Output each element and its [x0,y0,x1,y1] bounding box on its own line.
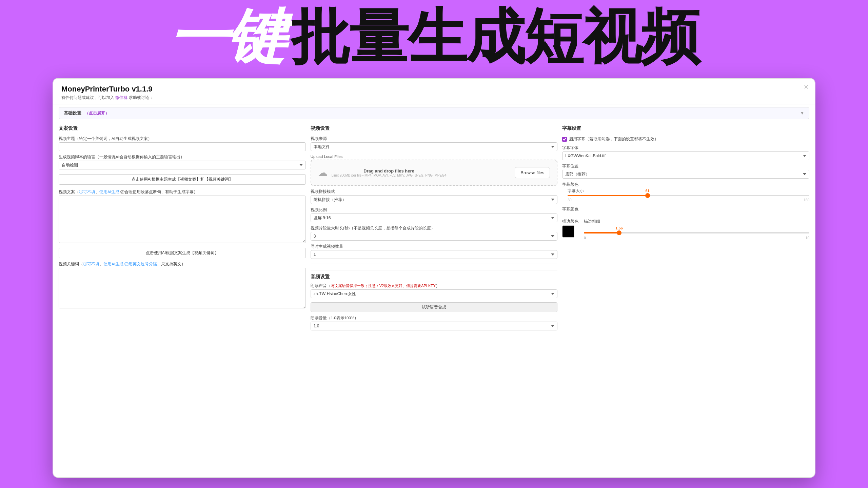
app-title: MoneyPrinterTurbo v1.1.9 [61,85,807,94]
keywords-group: 视频关键词（①可不填、使用AI生成 ②用英文逗号分隔、只支持英文） [59,262,306,310]
stroke-width-group: 描边粗细 1.56 0 10 [584,219,809,240]
ratio-select[interactable]: 竖屏 9:16 横屏 16:9 正方形 1:1 [311,214,558,222]
chevron-down-icon: ▼ [800,111,804,116]
banner: 一键 批量生成短视频 [0,0,868,75]
keywords-label: 视频关键词（①可不填、使用AI生成 ②用英文逗号分隔、只支持英文） [59,262,306,267]
volume-label: 朗读音量（1.0表示100%） [311,316,558,321]
position-label: 字幕位置 [562,164,809,169]
source-select[interactable]: 本地文件 Pexels Pixabay [311,142,558,151]
concurrent-select[interactable]: 1 [311,250,558,259]
keywords-textarea[interactable] [59,268,306,308]
stroke-width-value: 1.56 [615,226,623,230]
clip-dur-group: 视频片段最大时长(秒)（不是视频总长度，是指每个合成片段的长度） 3 [311,226,558,241]
banner-rest: 批量生成短视频 [291,0,699,78]
voice-label: 朗读声音（与文案语音保持一致；注意：V2版效果更好、但是需要API KEY） [311,283,558,288]
enable-subtitle-row: 启用字幕（若取消勾选，下面的设置都将不生效） [562,136,809,142]
banner-yi: 一键 [169,0,284,78]
upload-icon: ☁ [318,167,328,178]
upload-area[interactable]: ☁ Drag and drop files here Limit 200MB p… [311,160,558,186]
concat-select[interactable]: 随机拼接（推荐） 顺序拼接 循环拼接 [311,195,558,204]
volume-group: 朗读音量（1.0表示100%） 1.0 [311,316,558,330]
upload-limit-text: Limit 200MB per file • MP4, MOV, AVI, FL… [332,174,447,177]
lang-group: 生成视频脚本的语言（一般情况AI会自动根据你输入的主题语言输出） 自动检测 [59,155,306,169]
enable-subtitle-label: 启用字幕（若取消勾选，下面的设置都将不生效） [569,136,658,142]
font-color-label: 字幕颜色 [562,207,578,212]
app-subtitle: 有任何问题或建议，可以加入 微信群 求助或讨论： [61,95,807,101]
concat-label: 视频拼接模式 [311,189,558,194]
basic-settings-bar[interactable]: 基础设置 （点击展开） ▼ [59,107,809,119]
clip-dur-label: 视频片段最大时长(秒)（不是视频总长度，是指每个合成片段的长度） [311,226,558,231]
concat-group: 视频拼接模式 随机拼接（推荐） 顺序拼接 循环拼接 [311,189,558,204]
color-group: 字幕颜色 字幕大小 61 [562,182,809,202]
script-settings-col: 文案设置 视频主题（给定一个关键词，AI自动生成视频文案） 生成视频脚本的语言（… [59,122,306,472]
clip-dur-select[interactable]: 3 [311,232,558,241]
font-group: 字幕字体 LXGWWenKai-Bold.ttf [562,145,809,160]
kw-link1[interactable]: ①可不填 [83,262,99,266]
concurrent-label: 同时生成视频数量 [311,244,558,249]
main-content: 文案设置 视频主题（给定一个关键词，AI自动生成视频文案） 生成视频脚本的语言（… [53,122,815,477]
kw-link2[interactable]: 使用AI生成 [103,262,123,266]
voice-select[interactable]: zh-TW-HsiaoChen:女性 [311,289,558,298]
font-size-label: 字幕大小 [568,188,809,194]
font-color-group: 字幕颜色 [562,207,578,213]
stroke-color-swatch[interactable] [562,225,574,238]
font-size-min: 30 [568,198,571,202]
stroke-width-min: 0 [584,236,586,240]
lang-label: 生成视频脚本的语言（一般情况AI会自动根据你输入的主题语言输出） [59,155,306,160]
upload-left: ☁ Drag and drop files here Limit 200MB p… [318,167,447,178]
lang-select[interactable]: 自动检测 [59,161,306,169]
video-settings-col: 视频设置 视频来源 本地文件 Pexels Pixabay Upload Loc… [311,122,558,472]
voice-group: 朗读声音（与文案语音保持一致；注意：V2版效果更好、但是需要API KEY） z… [311,283,558,298]
color-swatches-row: 字幕颜色 [562,207,809,213]
col3-title: 字幕设置 [562,125,809,131]
ratio-group: 视频比例 竖屏 9:16 横屏 16:9 正方形 1:1 [311,207,558,222]
script-label: 视频文案（①可不填、使用AI生成 ②合理使用段落点断句、有助于生成字幕） [59,189,306,195]
ratio-label: 视频比例 [311,207,558,212]
browse-files-button[interactable]: Browse files [515,167,550,178]
concurrent-group: 同时生成视频数量 1 [311,244,558,259]
wechat-link[interactable]: 微信群 [115,95,127,100]
stroke-width-label: 描边粗细 [584,219,809,224]
script-textarea[interactable] [59,196,306,243]
section-bar-label: 基础设置 （点击展开） [64,110,109,116]
gen-script-keywords-btn[interactable]: 点击使用AI根据主题生成【视频文案】和【视频关键词】 [59,174,306,185]
upload-group: Upload Local Files ☁ Drag and drop files… [311,155,558,186]
source-label: 视频来源 [311,136,558,141]
gen-btn-row: 点击使用AI根据主题生成【视频文案】和【视频关键词】 [59,174,306,185]
font-select[interactable]: LXGWWenKai-Bold.ttf [562,151,809,160]
audio-section-title: 音频设置 [311,270,558,280]
upload-drag-text: Drag and drop files here [332,168,447,174]
stroke-width-thumb[interactable] [617,230,622,235]
position-select[interactable]: 底部（推荐） 顶部 中间 [562,170,809,179]
kw-link3[interactable]: ②用英文逗号分隔 [124,262,157,266]
stroke-width-max: 10 [806,236,809,240]
volume-select[interactable]: 1.0 [311,322,558,330]
enable-subtitle-checkbox[interactable] [562,137,567,142]
divider1 [311,264,558,264]
subtitle-settings-col: 字幕设置 启用字幕（若取消勾选，下面的设置都将不生效） 字幕字体 LXGWWen… [562,122,809,472]
topic-group: 视频主题（给定一个关键词，AI自动生成视频文案） [59,136,306,151]
try-synth-button[interactable]: 试听语音合成 [311,302,558,312]
script-link2[interactable]: 使用AI生成 [99,190,119,194]
gen-keywords-btn[interactable]: 点击使用AI根据文案生成【视频关键词】 [59,248,306,258]
app-header: MoneyPrinterTurbo v1.1.9 有任何问题或建议，可以加入 微… [53,79,815,104]
script-link1[interactable]: ①可不填 [79,190,95,194]
font-size-max: 160 [804,198,809,202]
source-group: 视频来源 本地文件 Pexels Pixabay [311,136,558,151]
app-window: MoneyPrinterTurbo v1.1.9 有任何问题或建议，可以加入 微… [53,78,815,478]
window-close-icon[interactable]: ✕ [804,83,809,91]
stroke-row: 描边颜色 描边粗细 1.56 [562,219,809,240]
stroke-color-label: 描边颜色 [562,219,578,224]
stroke-color-group: 描边颜色 [562,219,578,238]
font-label: 字幕字体 [562,145,809,150]
upload-label: Upload Local Files [311,155,558,159]
gen-script-btn-row: 点击使用AI根据文案生成【视频关键词】 [59,248,306,258]
position-group: 字幕位置 底部（推荐） 顶部 中间 [562,164,809,179]
expand-link[interactable]: （点击展开） [85,111,109,116]
font-size-slider: 字幕大小 61 30 160 [568,188,809,202]
font-size-value: 61 [645,189,649,193]
col1-title: 文案设置 [59,125,306,131]
topic-input[interactable] [59,142,306,151]
stroke-width-slider: 描边粗细 1.56 0 10 [584,219,809,240]
color-label: 字幕颜色 [562,182,809,187]
